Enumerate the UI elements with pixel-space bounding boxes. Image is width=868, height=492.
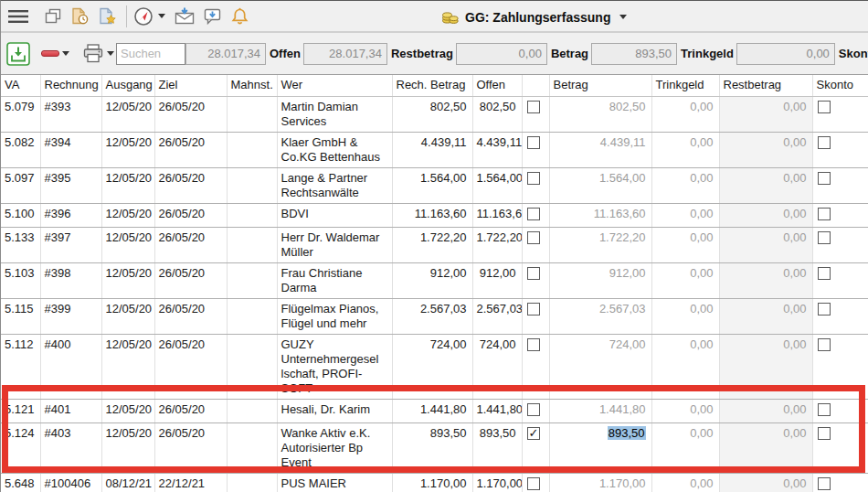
col-header-mahnst[interactable]: Mahnst.	[227, 75, 277, 96]
cell-trinkgeld[interactable]: 0,00	[651, 473, 719, 492]
cell-wer: Frau Christiane Darma	[277, 262, 392, 298]
cell-trinkgeld[interactable]: 0,00	[651, 422, 719, 473]
cell-betrag[interactable]: 893,50	[549, 422, 651, 473]
col-header-wer[interactable]: Wer	[277, 75, 392, 96]
mail-receive-button[interactable]	[171, 4, 198, 29]
cell-trinkgeld[interactable]: 0,00	[651, 334, 719, 399]
sum-field[interactable]: 28.017,34	[185, 43, 266, 65]
cell-wer: Martin Damian Services	[277, 96, 392, 132]
offen-field[interactable]: 28.017,34	[303, 43, 387, 65]
offen-checkbox[interactable]	[527, 231, 540, 244]
offen-checkbox[interactable]	[527, 136, 540, 149]
table-row[interactable]: 5.648 #100406 08/12/21 22/12/21 PUS MAIE…	[1, 473, 868, 492]
cell-betrag[interactable]: 724,00	[549, 334, 651, 399]
table-row[interactable]: 5.115 #399 12/05/20 26/05/20 Flügelmax P…	[1, 298, 868, 334]
restbetrag-field[interactable]: 0,00	[456, 43, 547, 65]
table-row[interactable]: 5.112 #400 12/05/20 26/05/20 GUZY Untern…	[1, 334, 868, 399]
betrag-field[interactable]: 893,50	[591, 43, 677, 65]
skonto-checkbox[interactable]	[818, 427, 831, 440]
cell-offen: 802,50	[472, 96, 522, 132]
copy-window-button[interactable]	[39, 4, 67, 29]
remove-button[interactable]	[39, 48, 71, 59]
cell-betrag[interactable]: 1.722,20	[549, 227, 651, 262]
skonto-checkbox[interactable]	[818, 303, 831, 316]
cell-betrag[interactable]: 1.564,00	[549, 167, 651, 203]
col-header-ziel[interactable]: Ziel	[154, 75, 227, 96]
col-header-rech-betrag[interactable]: Rech. Betrag	[392, 75, 472, 96]
offen-checkbox[interactable]	[527, 403, 540, 416]
col-header-va[interactable]: VA	[1, 75, 40, 96]
offen-checkbox[interactable]	[527, 208, 540, 220]
offen-checkbox[interactable]	[527, 172, 540, 185]
cell-ausgang: 12/05/20	[101, 227, 154, 262]
skonto-checkbox[interactable]	[818, 267, 831, 280]
navigate-dropdown-arrow[interactable]	[158, 14, 165, 18]
table-row[interactable]: 5.100 #396 12/05/20 26/05/20 BDVI 11.163…	[1, 203, 868, 227]
menu-button[interactable]	[5, 4, 32, 29]
skonto-checkbox[interactable]	[818, 136, 831, 149]
offen-checkbox[interactable]	[527, 427, 540, 440]
col-header-rechnung[interactable]: Rechnung	[40, 75, 101, 96]
table-row[interactable]: 5.133 #397 12/05/20 26/05/20 Herr Dr. Wa…	[1, 227, 868, 262]
cell-betrag[interactable]: 802,50	[549, 96, 651, 132]
cell-trinkgeld[interactable]: 0,00	[651, 96, 719, 132]
cell-betrag[interactable]: 912,00	[549, 262, 651, 298]
print-button[interactable]	[80, 42, 116, 65]
offen-checkbox[interactable]	[527, 101, 540, 113]
skonto-checkbox[interactable]	[818, 338, 831, 351]
table-row[interactable]: 5.103 #398 12/05/20 26/05/20 Frau Christ…	[1, 262, 868, 298]
cell-trinkgeld[interactable]: 0,00	[651, 399, 719, 422]
notifications-button[interactable]	[226, 4, 253, 29]
betrag-value: 912,00	[609, 266, 646, 280]
search-input[interactable]	[116, 43, 185, 65]
cell-trinkgeld[interactable]: 0,00	[651, 167, 719, 203]
skonto-checkbox[interactable]	[818, 101, 831, 113]
navigate-button[interactable]	[132, 4, 155, 29]
cell-betrag[interactable]: 2.567,03	[549, 298, 651, 334]
cell-rechnung: #400	[40, 334, 101, 399]
skonto-checkbox[interactable]	[818, 208, 831, 220]
offen-checkbox[interactable]	[527, 477, 540, 490]
table-row[interactable]: 5.079 #393 12/05/20 26/05/20 Martin Dami…	[1, 96, 868, 132]
view-selector[interactable]: GG: Zahlungserfassung	[441, 1, 627, 33]
offen-checkbox[interactable]	[527, 338, 540, 351]
cell-betrag[interactable]: 4.439,11	[549, 132, 651, 167]
view-dropdown-arrow[interactable]	[619, 15, 627, 19]
skonto-checkbox[interactable]	[818, 403, 831, 416]
offen-checkbox[interactable]	[527, 303, 540, 316]
cell-betrag[interactable]: 11.163,60	[549, 203, 651, 227]
import-payment-button[interactable]	[6, 41, 30, 67]
col-header-check[interactable]	[522, 75, 549, 96]
trinkgeld-field[interactable]: 0,00	[736, 43, 835, 65]
cell-trinkgeld[interactable]: 0,00	[651, 132, 719, 167]
cell-trinkgeld[interactable]: 0,00	[651, 203, 719, 227]
cell-rechnung: #396	[40, 203, 101, 227]
document-history-button[interactable]	[67, 4, 94, 29]
skonto-checkbox[interactable]	[818, 477, 831, 490]
cell-trinkgeld[interactable]: 0,00	[651, 227, 719, 262]
cell-trinkgeld[interactable]: 0,00	[651, 298, 719, 334]
table-row[interactable]: 5.082 #394 12/05/20 26/05/20 Klaer GmbH …	[1, 132, 868, 167]
table-row[interactable]: 5.124 #403 12/05/20 26/05/20 Wanke Aktiv…	[1, 422, 868, 473]
skonto-checkbox[interactable]	[818, 172, 831, 185]
cell-betrag[interactable]: 1.170,00	[549, 473, 651, 492]
cell-trinkgeld[interactable]: 0,00	[651, 262, 719, 298]
col-header-skonto[interactable]: Skonto	[812, 75, 868, 96]
document-favorite-button[interactable]	[94, 4, 122, 29]
comment-receive-button[interactable]	[198, 4, 226, 29]
col-header-trinkgeld[interactable]: Trinkgeld	[651, 75, 719, 96]
cell-mahnst	[227, 334, 277, 399]
cell-ziel: 26/05/20	[154, 167, 227, 203]
skonto-checkbox[interactable]	[818, 231, 831, 244]
betrag-value: 4.439,11	[600, 135, 646, 149]
table-row[interactable]: 5.097 #395 12/05/20 26/05/20 Lange & Par…	[1, 167, 868, 203]
offen-checkbox[interactable]	[527, 267, 540, 280]
cell-wer: Wanke Aktiv e.K. Autorisierter Bp Event	[277, 422, 392, 473]
col-header-ausgang[interactable]: Ausgang	[101, 75, 154, 96]
col-header-offen[interactable]: Offen	[472, 75, 522, 96]
table-row[interactable]: 5.121 #401 12/05/20 26/05/20 Hesali, Dr.…	[1, 399, 868, 422]
col-header-betrag[interactable]: Betrag	[549, 75, 651, 96]
col-header-restbetrag[interactable]: Restbetrag	[719, 75, 812, 96]
cell-betrag[interactable]: 1.441,80	[549, 399, 651, 422]
payment-toolbar: 28.017,34 Offen 28.017,34 Restbetrag 0,0…	[1, 33, 868, 75]
